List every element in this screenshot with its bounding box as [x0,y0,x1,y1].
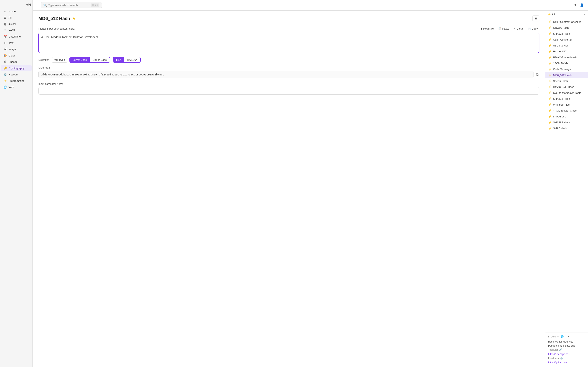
color-converter-icon: ⚡ [548,38,552,41]
panel-item-hmac-snefru-hash[interactable]: ⚡HMAC-Snefru Hash [545,54,588,60]
output-copy-button[interactable]: ⧉ [535,72,539,77]
panel-item-ascii-to-hex[interactable]: ⚡ASCII to Hex [545,43,588,49]
hex-button[interactable]: HEX [113,57,125,62]
panel-item-label: YAML To Dart Class [553,109,577,112]
delimiter-select[interactable]: (empty) ▾ [52,57,67,63]
panel-item-md6-512-hash[interactable]: ⚡MD6_512 Hash [545,72,588,78]
output-label: MD6_512 : [38,66,539,69]
sidebar-item-label: YAML [9,29,16,32]
user-button[interactable]: 👤 [579,2,585,8]
sidebar-item-text[interactable]: TtText [1,40,32,46]
panel-item-ip-address[interactable]: ⚡IP Address [545,114,588,119]
footer-tool-link[interactable]: https://t.he3app.co... [548,353,571,356]
panel-item-color-contrast-checker[interactable]: ⚡Color Contrast Checker [545,19,588,25]
panel-item-label: CRC16 Hash [553,26,569,29]
panel-item-code-to-image[interactable]: ⚡Code To Image [545,66,588,72]
web-icon: 🌐 [3,85,7,89]
sidebar-item-all[interactable]: ⊞All [1,15,32,21]
sha384-hash-icon: ⚡ [548,121,552,124]
sidebar-item-network[interactable]: 📡Network [1,71,32,77]
upload-icon: ⬆ [480,27,483,30]
upper-case-button[interactable]: Upper Case [90,57,109,62]
lower-case-button[interactable]: Lower Case [70,57,90,62]
read-file-button[interactable]: ⬆ Read file [479,26,495,31]
page-area: MD6_512 Hash ★ ▣ Please input your conte… [33,11,588,367]
format-group: HEX BASE64 [113,57,141,63]
hmac-snefru-hash-icon: ⚡ [548,56,552,59]
panel-item-label: SHA224 Hash [553,32,570,35]
panel-item-sql-to-markdown[interactable]: ⚡SQL to Markdown Table [545,90,588,96]
footer-description: Hash tool for MD6_512 [548,340,585,344]
sidebar-item-label: All [9,16,11,19]
sidebar-item-datetime[interactable]: 📅Date/Time [1,33,32,40]
panel-item-color-converter[interactable]: ⚡Color Converter [545,37,588,43]
panel-item-crc16-hash[interactable]: ⚡CRC16 Hash [545,25,588,31]
search-shortcut: ⌘ + K [91,3,99,7]
favorite-icon[interactable]: ★ [72,16,75,21]
home-button[interactable]: ⌂ [36,3,38,7]
panel-item-hmac-sm3-hash[interactable]: ⚡HMAC-SM3 Hash [545,84,588,90]
paste-button[interactable]: 📋 Paste [497,26,511,31]
sidebar-item-programming[interactable]: ⚡Programming [1,78,32,84]
right-panel: ⚡ All ▾ ⚡Color Contrast Checker⚡CRC16 Ha… [545,11,588,367]
sidebar-item-encode[interactable]: ⟨⟩Encode [1,59,32,65]
panel-item-whirlpool-hash[interactable]: ⚡Whirlpool Hash [545,102,588,108]
panel-item-label: Snefru Hash [553,80,568,83]
page-title: MD6_512 Hash [38,16,70,21]
sidebar-item-web[interactable]: 🌐Web [1,84,32,90]
copy-button[interactable]: 📄 Copy [526,26,539,31]
base64-button[interactable]: BASE64 [124,57,140,62]
panel-item-sha224-hash[interactable]: ⚡SHA224 Hash [545,31,588,37]
sha0-hash-icon: ⚡ [548,127,552,130]
color-contrast-checker-icon: ⚡ [548,20,552,24]
sidebar-item-label: Encode [9,60,17,63]
panel-item-yaml-to-dart[interactable]: ⚡YAML To Dart Class [545,108,588,114]
version-row: ℹ 1.0.0 ⚙ 🌐 ✓ ▾ [548,335,585,338]
panel-item-sha384-hash[interactable]: ⚡SHA384 Hash [545,119,588,125]
sidebar-item-label: Programming [9,79,25,82]
panel-item-json-to-xml[interactable]: ⚡JSON To XML [545,60,588,66]
panel-item-label: Whirlpool Hash [553,103,571,106]
comparer-input[interactable] [38,87,539,95]
yaml-icon: ≡ [3,29,7,32]
panel-item-snefru-hash[interactable]: ⚡Snefru Hash [545,78,588,84]
search-bar: 🔍 ⌘ + K [41,2,102,8]
search-input[interactable] [48,4,89,7]
footer-feedback-link[interactable]: https://github.com/... [548,361,570,364]
panel-item-hex-to-ascii[interactable]: ⚡Hex to ASCII [545,49,588,54]
main-area: ⌂ 🔍 ⌘ + K ⬆ 👤 MD6_512 Hash ★ ▣ Please in… [33,0,588,367]
clear-button[interactable]: ✕ Clear [512,26,525,31]
sha224-hash-icon: ⚡ [548,32,552,35]
right-panel-header: ⚡ All ▾ [545,11,588,18]
sha512-hash-icon: ⚡ [548,97,552,100]
home-icon: ⌂ [3,9,7,13]
footer-published: Published at: 6 days ago [548,344,585,348]
panel-toggle-button[interactable]: ▣ [532,16,539,21]
sidebar-item-image[interactable]: 🖼Image [1,46,32,52]
sidebar-item-color[interactable]: 🎨Color [1,52,32,58]
panel-item-sha0-hash[interactable]: ⚡SHA0 Hash [545,125,588,131]
sidebar-item-home[interactable]: ⌂Home [1,8,32,14]
paste-icon: 📋 [498,27,502,30]
sidebar-item-json[interactable]: {}JSON [1,21,32,27]
copy-label: Copy [532,27,538,30]
ascii-to-hex-icon: ⚡ [548,44,552,47]
read-file-label: Read file [483,27,494,30]
delimiter-label: Delimiter: [38,58,50,61]
input-label: Please input your content here: [38,27,75,30]
sidebar-item-cryptography[interactable]: 🔑Cryptography [1,65,32,71]
share-button[interactable]: ⬆ [573,2,577,8]
sidebar-item-label: Network [9,73,18,76]
footer-tool-link-label: Tool Link: [548,349,559,351]
crc16-hash-icon: ⚡ [548,26,552,29]
sidebar-item-label: JSON [9,22,16,25]
image-icon: 🖼 [3,48,7,51]
sidebar-item-yaml[interactable]: ≡YAML [1,27,32,33]
version-number: 1.0.0 [550,335,556,338]
sidebar-toggle-button[interactable]: ◀◀ [26,2,31,6]
main-input[interactable]: A Free, Modern Toolbox, Built for Develo… [38,33,539,53]
panel-item-sha512-hash[interactable]: ⚡SHA512 Hash [545,96,588,102]
json-icon: {} [3,22,7,25]
all-filter[interactable]: ⚡ All [548,13,555,16]
input-label-row: Please input your content here: ⬆ Read f… [38,26,539,31]
